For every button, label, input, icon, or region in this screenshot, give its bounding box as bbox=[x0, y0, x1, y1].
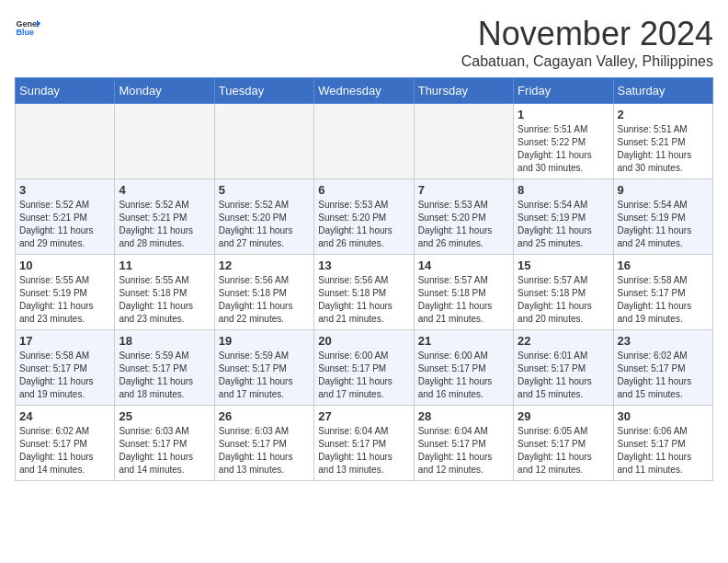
calendar-day-cell: 15Sunrise: 5:57 AMSunset: 5:18 PMDayligh… bbox=[514, 255, 613, 330]
day-info: Sunrise: 5:55 AMSunset: 5:19 PMDaylight:… bbox=[19, 274, 110, 326]
day-number: 9 bbox=[618, 183, 709, 197]
day-number: 10 bbox=[19, 259, 110, 272]
day-info: Sunrise: 5:51 AMSunset: 5:21 PMDaylight:… bbox=[618, 123, 709, 175]
calendar-day-cell bbox=[414, 104, 513, 179]
calendar-day-cell bbox=[214, 104, 313, 179]
day-number: 11 bbox=[119, 259, 210, 272]
day-info: Sunrise: 5:55 AMSunset: 5:18 PMDaylight:… bbox=[119, 274, 210, 326]
day-number: 26 bbox=[219, 409, 310, 423]
day-info: Sunrise: 6:00 AMSunset: 5:17 PMDaylight:… bbox=[418, 350, 509, 401]
day-info: Sunrise: 5:51 AMSunset: 5:22 PMDaylight:… bbox=[518, 123, 609, 175]
day-number: 15 bbox=[518, 259, 609, 272]
calendar-day-cell: 6Sunrise: 5:53 AMSunset: 5:20 PMDaylight… bbox=[314, 179, 414, 255]
calendar-day-cell: 8Sunrise: 5:54 AMSunset: 5:19 PMDaylight… bbox=[514, 179, 613, 255]
day-info: Sunrise: 5:52 AMSunset: 5:20 PMDaylight:… bbox=[219, 199, 310, 250]
day-info: Sunrise: 5:58 AMSunset: 5:17 PMDaylight:… bbox=[19, 350, 110, 401]
day-number: 29 bbox=[518, 409, 609, 423]
day-info: Sunrise: 5:52 AMSunset: 5:21 PMDaylight:… bbox=[19, 199, 110, 250]
calendar-day-cell: 30Sunrise: 6:06 AMSunset: 5:17 PMDayligh… bbox=[613, 406, 712, 481]
weekday-header-sunday: Sunday bbox=[16, 78, 115, 104]
day-number: 20 bbox=[318, 334, 409, 348]
calendar-table: SundayMondayTuesdayWednesdayThursdayFrid… bbox=[15, 77, 713, 481]
calendar-day-cell: 27Sunrise: 6:04 AMSunset: 5:17 PMDayligh… bbox=[314, 406, 414, 481]
calendar-day-cell bbox=[16, 104, 115, 179]
day-info: Sunrise: 5:52 AMSunset: 5:21 PMDaylight:… bbox=[119, 199, 210, 250]
calendar-week-row: 1Sunrise: 5:51 AMSunset: 5:22 PMDaylight… bbox=[16, 104, 713, 179]
day-number: 1 bbox=[518, 108, 609, 121]
calendar-day-cell: 29Sunrise: 6:05 AMSunset: 5:17 PMDayligh… bbox=[514, 406, 613, 481]
day-number: 6 bbox=[318, 183, 409, 197]
calendar-day-cell: 1Sunrise: 5:51 AMSunset: 5:22 PMDaylight… bbox=[514, 104, 613, 179]
day-number: 4 bbox=[119, 183, 210, 197]
day-number: 22 bbox=[518, 334, 609, 348]
calendar-day-cell: 24Sunrise: 6:02 AMSunset: 5:17 PMDayligh… bbox=[16, 406, 115, 481]
calendar-day-cell: 14Sunrise: 5:57 AMSunset: 5:18 PMDayligh… bbox=[414, 255, 513, 330]
day-info: Sunrise: 5:56 AMSunset: 5:18 PMDaylight:… bbox=[318, 274, 409, 326]
day-number: 17 bbox=[19, 334, 110, 348]
day-number: 7 bbox=[418, 183, 509, 197]
weekday-header-tuesday: Tuesday bbox=[214, 78, 313, 104]
day-info: Sunrise: 5:56 AMSunset: 5:18 PMDaylight:… bbox=[219, 274, 310, 326]
svg-text:Blue: Blue bbox=[16, 28, 34, 37]
day-number: 28 bbox=[418, 409, 509, 423]
calendar-day-cell: 2Sunrise: 5:51 AMSunset: 5:21 PMDaylight… bbox=[613, 104, 712, 179]
day-number: 18 bbox=[119, 334, 210, 348]
day-number: 23 bbox=[618, 334, 709, 348]
calendar-day-cell: 23Sunrise: 6:02 AMSunset: 5:17 PMDayligh… bbox=[613, 330, 712, 406]
day-info: Sunrise: 6:01 AMSunset: 5:17 PMDaylight:… bbox=[518, 350, 609, 401]
day-number: 3 bbox=[19, 183, 110, 197]
calendar-day-cell: 9Sunrise: 5:54 AMSunset: 5:19 PMDaylight… bbox=[613, 179, 712, 255]
location: Cabatuan, Cagayan Valley, Philippines bbox=[461, 53, 713, 70]
calendar-day-cell: 16Sunrise: 5:58 AMSunset: 5:17 PMDayligh… bbox=[613, 255, 712, 330]
day-number: 2 bbox=[618, 108, 709, 121]
calendar-day-cell: 11Sunrise: 5:55 AMSunset: 5:18 PMDayligh… bbox=[115, 255, 214, 330]
day-number: 13 bbox=[318, 259, 409, 272]
day-info: Sunrise: 5:57 AMSunset: 5:18 PMDaylight:… bbox=[518, 274, 609, 326]
calendar-day-cell bbox=[314, 104, 414, 179]
calendar-week-row: 10Sunrise: 5:55 AMSunset: 5:19 PMDayligh… bbox=[16, 255, 713, 330]
calendar-day-cell: 17Sunrise: 5:58 AMSunset: 5:17 PMDayligh… bbox=[16, 330, 115, 406]
weekday-header-thursday: Thursday bbox=[414, 78, 513, 104]
calendar-day-cell: 26Sunrise: 6:03 AMSunset: 5:17 PMDayligh… bbox=[214, 406, 313, 481]
weekday-header-monday: Monday bbox=[115, 78, 214, 104]
day-info: Sunrise: 6:04 AMSunset: 5:17 PMDaylight:… bbox=[418, 425, 509, 477]
day-number: 21 bbox=[418, 334, 509, 348]
day-info: Sunrise: 5:57 AMSunset: 5:18 PMDaylight:… bbox=[418, 274, 509, 326]
calendar-day-cell: 19Sunrise: 5:59 AMSunset: 5:17 PMDayligh… bbox=[214, 330, 313, 406]
day-number: 25 bbox=[119, 409, 210, 423]
day-number: 14 bbox=[418, 259, 509, 272]
calendar-day-cell: 25Sunrise: 6:03 AMSunset: 5:17 PMDayligh… bbox=[115, 406, 214, 481]
day-info: Sunrise: 5:59 AMSunset: 5:17 PMDaylight:… bbox=[119, 350, 210, 401]
calendar-day-cell: 5Sunrise: 5:52 AMSunset: 5:20 PMDaylight… bbox=[214, 179, 313, 255]
day-number: 16 bbox=[618, 259, 709, 272]
weekday-header-friday: Friday bbox=[514, 78, 613, 104]
calendar-week-row: 3Sunrise: 5:52 AMSunset: 5:21 PMDaylight… bbox=[16, 179, 713, 255]
page-header: General Blue November 2024 Cabatuan, Cag… bbox=[15, 15, 713, 70]
calendar-day-cell: 7Sunrise: 5:53 AMSunset: 5:20 PMDaylight… bbox=[414, 179, 513, 255]
day-number: 12 bbox=[219, 259, 310, 272]
weekday-header-wednesday: Wednesday bbox=[314, 78, 414, 104]
calendar-day-cell: 28Sunrise: 6:04 AMSunset: 5:17 PMDayligh… bbox=[414, 406, 513, 481]
day-number: 24 bbox=[19, 409, 110, 423]
calendar-day-cell: 18Sunrise: 5:59 AMSunset: 5:17 PMDayligh… bbox=[115, 330, 214, 406]
day-number: 27 bbox=[318, 409, 409, 423]
day-info: Sunrise: 6:02 AMSunset: 5:17 PMDaylight:… bbox=[19, 425, 110, 477]
calendar-day-cell: 3Sunrise: 5:52 AMSunset: 5:21 PMDaylight… bbox=[16, 179, 115, 255]
title-block: November 2024 Cabatuan, Cagayan Valley, … bbox=[461, 15, 713, 70]
logo-icon: General Blue bbox=[15, 15, 40, 40]
day-number: 30 bbox=[618, 409, 709, 423]
day-info: Sunrise: 6:05 AMSunset: 5:17 PMDaylight:… bbox=[518, 425, 609, 477]
day-info: Sunrise: 5:54 AMSunset: 5:19 PMDaylight:… bbox=[618, 199, 709, 250]
calendar-week-row: 17Sunrise: 5:58 AMSunset: 5:17 PMDayligh… bbox=[16, 330, 713, 406]
calendar-day-cell: 13Sunrise: 5:56 AMSunset: 5:18 PMDayligh… bbox=[314, 255, 414, 330]
logo: General Blue bbox=[15, 15, 42, 40]
day-info: Sunrise: 6:00 AMSunset: 5:17 PMDaylight:… bbox=[318, 350, 409, 401]
calendar-day-cell: 22Sunrise: 6:01 AMSunset: 5:17 PMDayligh… bbox=[514, 330, 613, 406]
weekday-header-saturday: Saturday bbox=[613, 78, 712, 104]
calendar-day-cell: 12Sunrise: 5:56 AMSunset: 5:18 PMDayligh… bbox=[214, 255, 313, 330]
calendar-day-cell bbox=[115, 104, 214, 179]
calendar-day-cell: 20Sunrise: 6:00 AMSunset: 5:17 PMDayligh… bbox=[314, 330, 414, 406]
calendar-day-cell: 21Sunrise: 6:00 AMSunset: 5:17 PMDayligh… bbox=[414, 330, 513, 406]
day-number: 19 bbox=[219, 334, 310, 348]
day-info: Sunrise: 5:58 AMSunset: 5:17 PMDaylight:… bbox=[618, 274, 709, 326]
